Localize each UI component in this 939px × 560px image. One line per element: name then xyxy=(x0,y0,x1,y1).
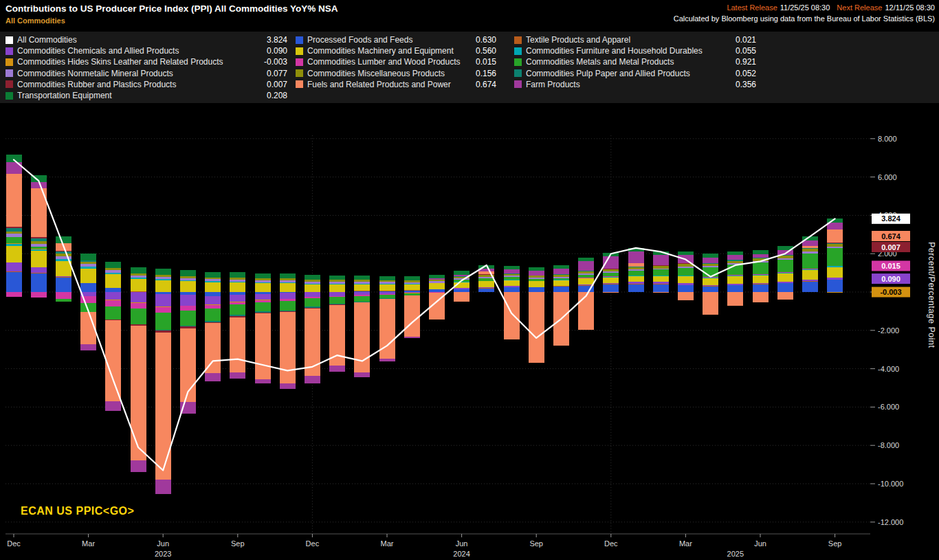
bar-segment-processed_foods xyxy=(703,287,718,292)
bar-segment-furniture xyxy=(280,282,296,283)
bar-segment-chemicals xyxy=(379,292,395,294)
bar-segment-chemicals xyxy=(802,280,818,281)
bar-segment-metals xyxy=(155,313,171,330)
bar-segment-processed_foods xyxy=(80,283,96,292)
legend-item-lumber[interactable]: Commodities Lumber and Wood Products0.01… xyxy=(296,56,496,67)
bar-segment-pulp_paper xyxy=(553,274,569,275)
bar-segment-metals xyxy=(727,265,743,275)
legend-series-value: 0.630 xyxy=(476,35,496,45)
x-axis-tick-label: Mar xyxy=(679,539,692,548)
bar-segment-rubber_plastics xyxy=(628,267,644,267)
bar-segment-miscellaneous xyxy=(180,276,196,278)
bar-segment-machinery xyxy=(578,278,594,284)
legend-series-label: Farm Products xyxy=(526,80,730,89)
bar-segment-miscellaneous xyxy=(56,254,71,256)
legend-item-metals[interactable]: Commodities Metals and Metal Products0.9… xyxy=(514,56,756,67)
legend-item-all_commodities[interactable]: All Commodities3.824 xyxy=(5,34,287,45)
bar-segment-machinery xyxy=(753,276,769,283)
bar-segment-farm xyxy=(628,251,644,263)
bar-segment-machinery xyxy=(230,282,245,292)
legend-item-nonmetalic_minerals[interactable]: Commodities Nonmetalic Mineral Products0… xyxy=(5,68,287,79)
bar-segment-fuels xyxy=(404,295,420,337)
bar-segment-furniture xyxy=(155,279,171,280)
legend-item-farm[interactable]: Farm Products0.356 xyxy=(514,79,756,90)
legend-item-miscellaneous[interactable]: Commodities Miscellaneous Products0.156 xyxy=(296,68,496,79)
attribution-text: Calculated by Bloomberg using data from … xyxy=(674,14,935,23)
bar-segment-processed_foods xyxy=(653,284,669,292)
bar-segment-textiles xyxy=(404,290,420,291)
legend-item-hides[interactable]: Commodities Hides Skins Leather and Rela… xyxy=(5,56,287,67)
bar-segment-lumber xyxy=(305,297,320,298)
chart-header: Contributions to US Producer Price Index… xyxy=(0,0,939,32)
bar-segment-transportation xyxy=(105,262,121,268)
x-axis-tick-label: Dec xyxy=(7,539,21,548)
bar-segment-nonmetalic_minerals xyxy=(777,258,793,260)
bar-segment-farm xyxy=(280,383,296,389)
legend-series-label: Commodities Metals and Metal Products xyxy=(526,57,730,67)
bar-segment-nonmetalic_minerals xyxy=(827,247,843,248)
chart-area[interactable]: 8.0006.0004.0002.0000.000-2.000-4.000-6.… xyxy=(0,107,939,560)
bar-segment-machinery xyxy=(404,284,420,290)
bar-segment-processed_foods xyxy=(155,292,171,294)
bar-segment-farm xyxy=(703,258,718,263)
legend-series-value: 3.824 xyxy=(267,35,287,45)
legend-item-machinery[interactable]: Commodities Machinery and Equipment0.560 xyxy=(296,45,496,56)
bar-segment-processed_foods xyxy=(827,280,843,292)
bar-segment-processed_foods xyxy=(603,284,619,292)
bar-segment-textiles xyxy=(255,292,271,293)
bar-segment-processed_foods xyxy=(6,272,22,292)
bar-segment-nonmetalic_minerals xyxy=(354,282,370,284)
bar-segment-metals xyxy=(31,247,47,249)
legend-series-value: 0.356 xyxy=(736,80,756,89)
bar-segment-textiles xyxy=(727,285,743,286)
bar-segment-rubber_plastics xyxy=(230,316,245,317)
bar-segment-fuels xyxy=(529,292,544,363)
bar-segment-chemicals xyxy=(653,282,669,284)
bar-segment-furniture xyxy=(753,275,769,276)
legend-swatch xyxy=(514,80,522,88)
bar-segment-processed_foods xyxy=(429,289,445,292)
bar-segment-processed_foods xyxy=(753,284,769,292)
x-axis-tick-label: Mar xyxy=(381,539,394,548)
chart-svg[interactable]: 8.0006.0004.0002.0000.000-2.000-4.000-6.… xyxy=(0,107,939,560)
bar-segment-chemicals xyxy=(753,283,769,284)
last-value-badge-label: -0.003 xyxy=(880,288,901,296)
bar-segment-rubber_plastics xyxy=(827,243,843,243)
bar-segment-hides xyxy=(6,243,22,244)
bar-segment-rubber_plastics xyxy=(329,304,345,305)
legend-item-chemicals[interactable]: Commodities Chemicals and Allied Product… xyxy=(5,45,287,56)
page-title: Contributions to US Producer Price Index… xyxy=(5,3,338,14)
bar-segment-machinery xyxy=(504,280,520,286)
bar-segment-pulp_paper xyxy=(703,263,718,264)
bar-segment-chemicals xyxy=(628,282,644,284)
bar-segment-chemicals xyxy=(354,292,370,295)
bar-segment-furniture xyxy=(105,273,121,274)
x-axis-tick-label: Mar xyxy=(82,539,95,548)
bar-segment-farm xyxy=(105,401,121,411)
bar-segment-furniture xyxy=(230,282,245,282)
legend-item-pulp_paper[interactable]: Commodities Pulp Paper and Allied Produc… xyxy=(514,68,756,79)
bar-segment-farm xyxy=(578,261,594,271)
bar-segment-lumber xyxy=(230,302,245,304)
legend-item-fuels[interactable]: Fuels and Related Products and Power0.67… xyxy=(296,79,496,90)
bar-segment-fuels xyxy=(753,292,769,302)
bar-segment-pulp_paper xyxy=(180,326,196,327)
legend-panel: All Commodities3.824Commodities Chemical… xyxy=(0,32,939,103)
bar-segment-textiles xyxy=(603,284,619,284)
legend-swatch xyxy=(5,47,13,55)
legend-item-furniture[interactable]: Commodities Furniture and Household Dura… xyxy=(514,45,756,56)
legend-item-transportation[interactable]: Transportation Equipment0.208 xyxy=(5,90,287,101)
legend-series-label: Commodities Machinery and Equipment xyxy=(307,46,470,56)
bar-segment-lumber xyxy=(777,272,793,273)
legend-item-rubber_plastics[interactable]: Commodities Rubber and Plastics Products… xyxy=(5,79,287,90)
y-axis-tick-label: -10.000 xyxy=(878,480,903,488)
bar-segment-miscellaneous xyxy=(727,261,743,264)
bar-segment-textiles xyxy=(504,287,520,288)
legend-item-textiles[interactable]: Textile Products and Apparel0.021 xyxy=(514,34,756,45)
legend-item-processed_foods[interactable]: Processed Foods and Feeds0.630 xyxy=(296,34,496,45)
series-selector[interactable]: All Commodities xyxy=(5,16,338,25)
bar-segment-furniture xyxy=(180,280,196,281)
bar-segment-lumber xyxy=(280,299,296,300)
bar-segment-hides xyxy=(105,300,121,300)
bar-segment-lumber xyxy=(155,307,171,313)
